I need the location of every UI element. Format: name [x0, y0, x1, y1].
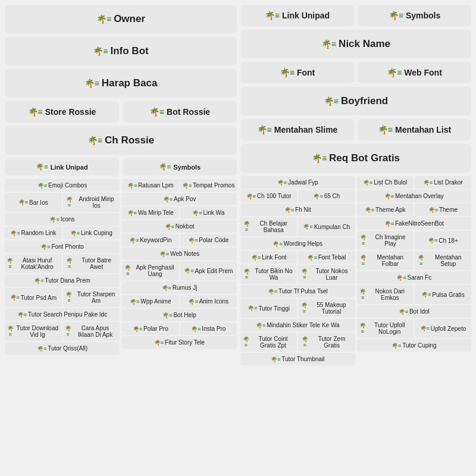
upfoll-zepeto-btn[interactable]: 🌴≡Upfoll Zepeto	[415, 319, 471, 338]
keywordpin-btn[interactable]: 🌴≡KeywordPin	[122, 234, 179, 246]
tutor-bikin-wa-btn[interactable]: 🌴≡Tutor Bikin No Wa	[240, 265, 297, 284]
tutor-psd-btn[interactable]: 🌴≡Tutor Psd Am	[5, 288, 62, 307]
ch18-btn[interactable]: 🌴≡Ch 18+	[415, 231, 471, 250]
right-sub-area: 🌴≡Jadwal Fyp 🌴≡Ch 100 Tutor 🌴≡65 Ch 🌴≡Fh…	[240, 176, 471, 365]
wpp-anime-btn[interactable]: 🌴≡Wpp Anime	[122, 295, 179, 308]
list-ch-bulol-btn[interactable]: 🌴≡List Ch Bulol	[357, 176, 414, 189]
store-bot-row: 🌴≡ Store Rossie 🌴≡ Bot Rossie	[5, 101, 237, 123]
nokos-emkos-btn[interactable]: 🌴≡Nokos Dari Emkos	[357, 285, 414, 304]
tutor-upfoll-btn[interactable]: 🌴≡Tutor Upfoll NoLogin	[357, 319, 414, 338]
ch-rossie-button[interactable]: 🌴≡ Ch Rossie	[5, 126, 237, 155]
fitur-story-tele-btn[interactable]: 🌴≡Fitur Story Tele	[122, 336, 237, 349]
atasi-huruf-btn[interactable]: 🌴≡Atasi Huruf Kotak'Andro	[5, 254, 62, 273]
insta-pro-btn[interactable]: 🌴≡Insta Pro	[180, 322, 237, 335]
wording-helps-btn[interactable]: 🌴≡Wording Helps	[240, 237, 355, 250]
tutor-tf-pulsa-btn[interactable]: 🌴≡Tutor Tf Pulsa Tsel	[240, 285, 355, 298]
owner-button[interactable]: 🌴≡ Owner	[5, 5, 237, 33]
bot-idol-btn[interactable]: 🌴≡Bot Idol	[357, 305, 472, 318]
random-link-btn[interactable]: 🌴≡Random Link	[5, 227, 62, 239]
fake-nitro-btn[interactable]: 🌴≡FakeNitroSeenBot	[357, 217, 472, 230]
apk-pov-btn[interactable]: 🌴≡Apk Pov	[122, 193, 237, 205]
font-tebal-btn[interactable]: 🌴≡Font Tebal	[298, 251, 355, 264]
saran-fc-btn[interactable]: 🌴≡Saran Fc	[357, 271, 472, 284]
font-phonto-btn[interactable]: 🌴≡Font Phonto	[5, 240, 120, 253]
nokbot-btn[interactable]: 🌴≡Nokbot	[122, 220, 237, 233]
jadwal-fyp-btn[interactable]: 🌴≡Jadwal Fyp	[240, 176, 355, 189]
nick-name-button[interactable]: 🌴≡ Nick Name	[240, 30, 471, 58]
tutor-coint-btn[interactable]: 🌴≡Tutor Coint Gratis Zpt	[240, 333, 297, 352]
cara-apus-btn[interactable]: 🌴≡Cara Apus Iklaan Di Apk	[63, 322, 120, 341]
mindahin-stiker-btn[interactable]: 🌴≡Mindahin Stiker Tele Ke Wa	[240, 319, 355, 331]
symbols-button-right[interactable]: 🌴≡ Symbols	[358, 5, 471, 26]
tutor-dana-btn[interactable]: 🌴≡Tutor Dana Prem	[5, 274, 120, 287]
ch-imagine-btn[interactable]: 🌴≡Ch Imagine Play	[357, 231, 414, 250]
info-bot-button[interactable]: 🌴≡ Info Bot	[5, 37, 237, 65]
pulsa-gratis-btn[interactable]: 🌴≡Pulsa Gratis	[415, 285, 471, 304]
list-drakor-btn[interactable]: 🌴≡List Drakor	[415, 176, 471, 189]
web-font-button[interactable]: 🌴≡ Web Font	[358, 62, 471, 83]
55-makeup-btn[interactable]: 🌴≡55 Makeup Tutorial	[298, 299, 355, 318]
ch-belajar-btn[interactable]: 🌴≡Ch Belajar Bahasa	[240, 217, 297, 236]
polar-pro-btn[interactable]: 🌴≡Polar Pro	[122, 322, 179, 335]
web-notes-btn[interactable]: 🌴≡Web Notes	[122, 248, 237, 260]
link-unipad-button-right[interactable]: 🌴≡ Link Unipad	[240, 5, 354, 26]
tutor-download-btn[interactable]: 🌴≡Tutor Download Vid Ig	[5, 322, 62, 341]
tutor-sharpen-btn[interactable]: 🌴≡Tutor Sharpen Am	[63, 288, 120, 307]
mentahan-list-button[interactable]: 🌴≡ Mentahan List	[358, 119, 471, 140]
right-panel: 🌴≡ Link Unipad 🌴≡ Symbols 🌴≡ Nick Name 🌴…	[240, 5, 471, 365]
rumus-jj-btn[interactable]: 🌴≡Rumus Jj	[122, 281, 237, 294]
font-button[interactable]: 🌴≡ Font	[240, 62, 354, 83]
left-top: 🌴≡ Owner 🌴≡ Info Bot 🌴≡ Harap Baca 🌴≡ St…	[5, 5, 237, 176]
link-unipad-button-left[interactable]: 🌴≡ Link Unipad	[5, 158, 119, 176]
req-bot-gratis-button[interactable]: 🌴≡ Req Bot Gratis	[240, 144, 471, 173]
theme-apk-btn[interactable]: 🌴≡Theme Apk	[357, 203, 414, 216]
bot-rossie-button[interactable]: 🌴≡ Bot Rossie	[123, 101, 237, 123]
link-wa-btn[interactable]: 🌴≡Link Wa	[180, 206, 237, 219]
mentahan-overlay-btn[interactable]: 🌴≡Mentahan Overlay	[357, 190, 472, 202]
apk-penghasil-btn[interactable]: 🌴≡Apk Penghasil Uang	[122, 261, 179, 280]
palm-icon-harapbaca: 🌴≡	[84, 79, 99, 88]
fh-nit-btn[interactable]: 🌴≡Fh Nit	[240, 203, 355, 216]
boyfriend-button[interactable]: 🌴≡ Boyfriend	[240, 87, 471, 115]
palm-icon-infobot: 🌴≡	[93, 46, 108, 56]
emoji-combos-btn[interactable]: 🌴≡Emoji Combos	[5, 179, 120, 192]
tutor-cuping-btn[interactable]: 🌴≡Tutor Cuping	[357, 339, 472, 352]
tutor-search-btn[interactable]: 🌴≡Tutor Search Penipu Pake Idc	[5, 308, 120, 321]
right-top: 🌴≡ Link Unipad 🌴≡ Symbols 🌴≡ Nick Name 🌴…	[240, 5, 471, 173]
harap-baca-button[interactable]: 🌴≡ Harap Baca	[5, 69, 237, 98]
65ch-btn[interactable]: 🌴≡65 Ch	[298, 190, 355, 202]
wa-mirip-tele-btn[interactable]: 🌴≡Wa Mirip Tele	[122, 206, 179, 219]
icons-btn[interactable]: 🌴≡Icons	[5, 213, 120, 226]
kumpulan-ch-btn[interactable]: 🌴≡Kumpulan Ch	[298, 217, 355, 236]
harap-baca-label: Harap Baca	[102, 77, 158, 89]
link-cuping-btn[interactable]: 🌴≡Link Cuping	[63, 227, 120, 239]
mentahan-folbar-btn[interactable]: 🌴≡Mentahan Folbar	[357, 251, 414, 270]
left-col2: 🌴≡Ratusan Lpm 🌴≡Tempat Promos 🌴≡Apk Pov …	[122, 179, 237, 355]
mentahan-slime-button[interactable]: 🌴≡ Mentahan Slime	[240, 119, 354, 140]
mentahan-setup-btn[interactable]: 🌴≡Mentahan Setup	[415, 251, 471, 270]
tutor-thumbnail-btn[interactable]: 🌴≡Tutor Thumbnail	[240, 353, 355, 365]
polar-code-btn[interactable]: 🌴≡Polar Code	[180, 234, 237, 246]
palm-icon-owner: 🌴≡	[96, 14, 111, 24]
owner-label: Owner	[114, 13, 145, 25]
bot-help-btn[interactable]: 🌴≡Bot Help	[122, 309, 237, 321]
link-font-btn[interactable]: 🌴≡Link Font	[240, 251, 297, 264]
symbols-button-left[interactable]: 🌴≡ Symbols	[123, 158, 237, 176]
theme-btn[interactable]: 🌴≡Theme	[415, 203, 471, 216]
tutor-nokos-luar-btn[interactable]: 🌴≡Tutor Nokos Luar	[298, 265, 355, 284]
tutor-zem-btn[interactable]: 🌴≡Tutor Zem Gratis	[298, 333, 355, 352]
android-mirip-ios-btn[interactable]: 🌴≡Android Mirip Ios	[63, 193, 120, 212]
ch100-tutor-btn[interactable]: 🌴≡Ch 100 Tutor	[240, 190, 297, 202]
right-col2: 🌴≡List Ch Bulol 🌴≡List Drakor 🌴≡Mentahan…	[357, 176, 472, 365]
anim-icons-btn[interactable]: 🌴≡Anim Icons	[180, 295, 237, 308]
tutor-qriss-btn[interactable]: 🌴≡Tutor Qriss(All)	[5, 342, 120, 355]
apk-edit-prem-btn[interactable]: 🌴≡Apk Edit Prem	[180, 261, 237, 280]
tutor-tinggi-btn[interactable]: 🌴≡Tutor Tinggi	[240, 299, 297, 318]
tutor-batre-btn[interactable]: 🌴≡Tutor Batre Awet	[63, 254, 120, 273]
tempat-promos-btn[interactable]: 🌴≡Tempat Promos	[180, 179, 237, 192]
main-wrapper: 🌴≡ Owner 🌴≡ Info Bot 🌴≡ Harap Baca 🌴≡ St…	[0, 0, 476, 370]
ratusan-lpm-btn[interactable]: 🌴≡Ratusan Lpm	[122, 179, 179, 192]
bar-ios-btn[interactable]: 🌴≡Bar Ios	[5, 193, 62, 212]
store-rossie-button[interactable]: 🌴≡ Store Rossie	[5, 101, 119, 123]
info-bot-label: Info Bot	[110, 45, 148, 57]
